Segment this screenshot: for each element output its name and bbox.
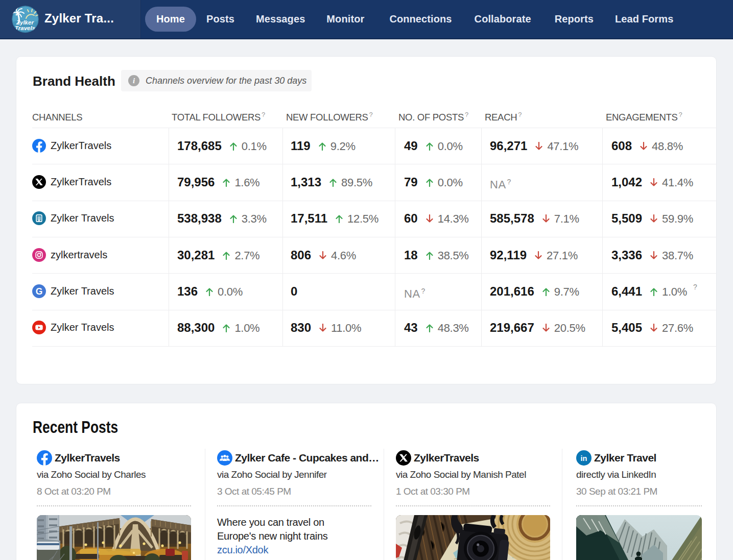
svg-text:G: G <box>36 286 43 297</box>
svg-text:in: in <box>581 454 587 462</box>
svg-text:Travels: Travels <box>15 25 35 31</box>
